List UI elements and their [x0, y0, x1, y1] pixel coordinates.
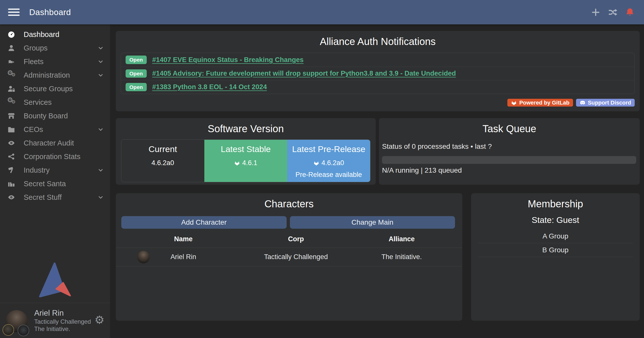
task-queue-counts: N/A running | 213 queued: [382, 166, 636, 174]
column-header-corp: Corp: [251, 235, 341, 243]
sidebar-item-administration[interactable]: ⚙⚙ Administration: [0, 68, 110, 82]
chevron-down-icon: [97, 58, 104, 65]
chevron-down-icon: [97, 72, 104, 78]
notification-link[interactable]: #1383 Python 3.8 EOL - 14 Oct 2024: [152, 83, 267, 91]
main-content: Alliance Auth Notifications Open #1407 E…: [110, 24, 644, 338]
notifications-card: Alliance Auth Notifications Open #1407 E…: [116, 31, 640, 111]
sidebar-item-groups[interactable]: Groups: [0, 41, 110, 55]
sidebar-item-industry[interactable]: Industry: [0, 163, 110, 177]
sidebar-item-ceos[interactable]: CEOs: [0, 123, 110, 136]
discord-icon: [580, 100, 586, 106]
sidebar-item-fleets[interactable]: Fleets: [0, 55, 110, 68]
characters-card: Characters Add Character Change Main Nam…: [116, 193, 462, 321]
chevron-down-icon: [97, 194, 104, 201]
cell-corp: Tactically Challenged: [251, 253, 341, 261]
user-alliance: The Initiative.: [34, 325, 91, 332]
task-queue-progress-bar: [382, 156, 636, 164]
notification-item: Open #1383 Python 3.8 EOL - 14 Oct 2024: [121, 80, 634, 94]
sidebar-item-secret-stuff[interactable]: Secret Stuff: [0, 190, 110, 204]
page-title: Dashboard: [29, 8, 71, 17]
cell-name: Ariel Rin: [116, 253, 251, 261]
hammer-icon: [8, 166, 18, 174]
change-main-button[interactable]: Change Main: [290, 216, 455, 229]
plus-icon[interactable]: [591, 7, 601, 17]
notification-link[interactable]: #1405 Advisory: Future development will …: [152, 70, 456, 77]
status-badge: Open: [126, 83, 147, 91]
gauge-icon: [8, 30, 18, 38]
sidebar-item-bounty-board[interactable]: Bounty Board: [0, 109, 110, 123]
shuttle-icon: [8, 58, 18, 66]
user-avatar: [6, 310, 28, 332]
membership-card: Membership State: Guest A Group B Group: [471, 193, 640, 321]
notifications-list: Open #1407 EVE Equinox Status - Breaking…: [121, 53, 635, 94]
column-header-name: Name: [116, 235, 251, 243]
version-latest-stable: Latest Stable 4.6.1: [204, 140, 287, 182]
characters-title: Characters: [116, 193, 462, 210]
top-navbar: Dashboard: [0, 0, 644, 24]
eye-icon: [8, 193, 18, 201]
chevron-down-icon: [97, 126, 104, 133]
column-header-alliance: Alliance: [341, 235, 462, 243]
task-queue-title: Task Queue: [379, 118, 640, 134]
software-version-card: Software Version Current 4.6.2a0 Latest …: [116, 118, 376, 185]
status-badge: Open: [126, 69, 147, 78]
sidebar-item-dashboard[interactable]: Dashboard: [0, 28, 110, 41]
notifications-title: Alliance Auth Notifications: [116, 31, 640, 47]
group-list-item: B Group: [478, 243, 633, 257]
gitlab-tanuki-icon: [234, 160, 240, 166]
powered-by-gitlab-badge[interactable]: Powered by GitLab: [507, 99, 573, 107]
pre-release-note: Pre-Release available: [287, 171, 370, 179]
sidebar-item-character-audit[interactable]: Character Audit: [0, 136, 110, 150]
notification-link[interactable]: #1407 EVE Equinox Status - Breaking Chan…: [152, 56, 304, 64]
share-nodes-icon: [8, 153, 18, 161]
user-panel: Ariel Rin Tactically Challenged The Init…: [0, 303, 110, 338]
store-icon: [8, 112, 18, 120]
user-name: Ariel Rin: [34, 308, 91, 318]
task-queue-status: Status of 0 processed tasks • last ?: [382, 142, 636, 151]
chevron-down-icon: [97, 167, 104, 173]
alliance-auth-logo: [36, 262, 74, 298]
sidebar-item-secure-groups[interactable]: Secure Groups: [0, 82, 110, 95]
version-columns: Current 4.6.2a0 Latest Stable 4.6.1 Late…: [121, 139, 370, 182]
notification-item: Open #1405 Advisory: Future development …: [121, 67, 634, 80]
gitlab-tanuki-icon: [313, 160, 319, 166]
gifts-icon: [8, 180, 18, 188]
user-icon: [8, 44, 18, 52]
group-list-item: A Group: [478, 229, 633, 243]
sidebar-item-corporation-stats[interactable]: Corporation Stats: [0, 150, 110, 163]
add-character-button[interactable]: Add Character: [121, 216, 287, 229]
character-avatar: [137, 251, 150, 263]
user-lock-icon: [8, 85, 18, 93]
user-corp: Tactically Challenged: [34, 318, 91, 325]
software-version-title: Software Version: [116, 118, 376, 134]
notification-item: Open #1407 EVE Equinox Status - Breaking…: [121, 53, 634, 67]
sidebar: Dashboard Groups Fleets: [0, 24, 110, 338]
hamburger-menu-icon[interactable]: [8, 7, 20, 18]
characters-table-header: Name Corp Alliance: [116, 235, 462, 248]
cell-alliance: The Initiative.: [341, 253, 462, 261]
characters-table: Name Corp Alliance Ariel Rin Tactically …: [116, 235, 462, 266]
corp-logo-badge: [3, 324, 14, 336]
gears-icon: ⚙⚙: [8, 98, 18, 106]
sidebar-item-secret-santa[interactable]: Secret Santa: [0, 177, 110, 190]
badge-label: Support Discord: [588, 100, 631, 106]
folder-icon: [8, 125, 18, 133]
version-latest-pre-release: Latest Pre-Release 4.6.2a0 Pre-Release a…: [287, 140, 370, 182]
membership-state: State: Guest: [471, 215, 640, 225]
membership-groups-list: A Group B Group: [478, 229, 633, 257]
gears-icon: ⚙⚙: [8, 71, 18, 79]
gitlab-tanuki-icon: [511, 100, 517, 106]
eye-icon: [8, 139, 18, 147]
support-discord-badge[interactable]: Support Discord: [576, 99, 635, 107]
shuffle-icon[interactable]: [608, 7, 618, 17]
alliance-logo-badge: [18, 325, 29, 336]
version-current: Current 4.6.2a0: [121, 140, 204, 182]
task-queue-card: Task Queue Status of 0 processed tasks •…: [379, 118, 640, 185]
settings-gear-icon[interactable]: ⚙: [95, 314, 104, 327]
table-row: Ariel Rin Tactically Challenged The Init…: [116, 248, 462, 266]
membership-title: Membership: [471, 193, 640, 210]
badge-label: Powered by GitLab: [519, 100, 569, 106]
bell-icon[interactable]: [625, 7, 635, 17]
sidebar-item-services[interactable]: ⚙⚙ Services: [0, 95, 110, 109]
chevron-down-icon: [97, 45, 104, 51]
